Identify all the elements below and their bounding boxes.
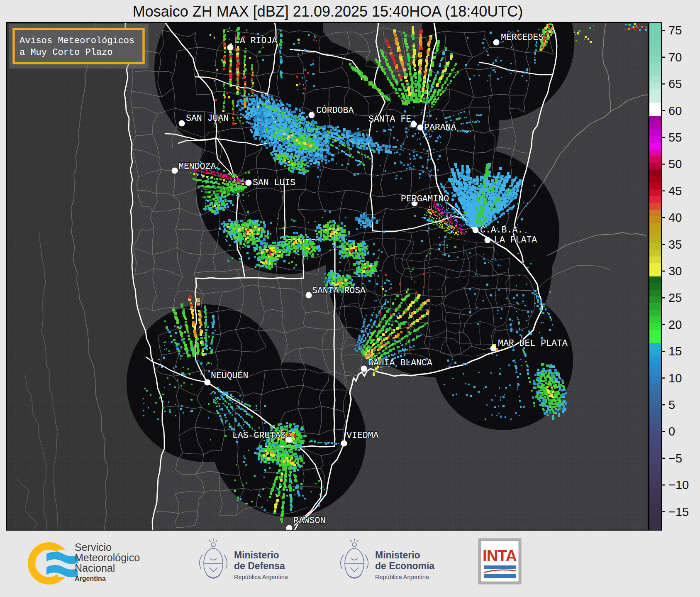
svg-text:−15: −15 [668,505,689,519]
svg-text:C.A.B.A.: C.A.B.A. [480,225,523,235]
svg-text:a Muy Corto Plazo: a Muy Corto Plazo [20,47,112,58]
svg-text:de Economía: de Economía [375,560,434,571]
svg-text:PARANÁ: PARANÁ [424,122,456,132]
svg-text:SANTA FE: SANTA FE [368,114,411,124]
svg-text:10: 10 [668,372,682,385]
svg-text:−5: −5 [668,452,682,465]
svg-text:MERCEDES: MERCEDES [501,32,544,42]
svg-text:5: 5 [668,398,675,411]
svg-text:65: 65 [668,77,682,91]
svg-text:MENDOZA: MENDOZA [178,161,216,171]
svg-text:República Argentina: República Argentina [234,574,288,580]
svg-text:45: 45 [668,184,682,198]
svg-text:VIEDMA: VIEDMA [346,431,379,440]
svg-text:70: 70 [668,51,682,64]
svg-text:Mosaico ZH MAX [dBZ] 21.09.202: Mosaico ZH MAX [dBZ] 21.09.2025 15:40HOA… [133,3,523,20]
svg-text:30: 30 [668,264,682,278]
svg-text:15: 15 [668,345,682,358]
svg-text:LAS GRUTAS: LAS GRUTAS [232,431,286,440]
svg-text:Avisos Meteorológicos: Avisos Meteorológicos [20,36,134,46]
svg-text:PERGAMINO: PERGAMINO [401,194,449,204]
svg-text:20: 20 [668,318,682,331]
svg-text:SANTA ROSA: SANTA ROSA [312,286,366,296]
svg-text:35: 35 [668,238,682,251]
svg-text:MAR DEL PLATA: MAR DEL PLATA [498,338,568,348]
svg-text:Meteorológico: Meteorológico [75,552,140,563]
svg-text:SAN JUAN: SAN JUAN [186,113,229,123]
svg-text:25: 25 [668,291,682,304]
svg-text:NEUQUÉN: NEUQUÉN [211,370,248,381]
svg-text:75: 75 [668,24,682,37]
svg-text:−10: −10 [668,478,689,492]
svg-text:Ministerio: Ministerio [375,550,420,560]
svg-text:CÓRDOBA: CÓRDOBA [316,105,354,115]
svg-text:Argentina: Argentina [75,575,106,582]
svg-text:Ministerio: Ministerio [234,550,279,560]
svg-text:40: 40 [668,211,682,224]
svg-text:INTA: INTA [483,547,517,565]
svg-text:BAHÍA BLANCA: BAHÍA BLANCA [368,357,432,368]
svg-text:55: 55 [668,131,682,144]
svg-text:Nacional: Nacional [75,562,115,574]
svg-text:LA PLATA: LA PLATA [494,235,537,245]
svg-text:RAWSON: RAWSON [293,516,325,526]
svg-text:0: 0 [668,425,675,438]
svg-text:de Defensa: de Defensa [234,560,285,571]
svg-text:SAN LUIS: SAN LUIS [253,178,295,188]
svg-text:60: 60 [668,104,682,117]
svg-text:50: 50 [668,157,682,171]
svg-text:República Argentina: República Argentina [375,574,429,580]
svg-text:Servicio: Servicio [75,541,112,553]
svg-text:LA RIOJA: LA RIOJA [234,36,277,46]
